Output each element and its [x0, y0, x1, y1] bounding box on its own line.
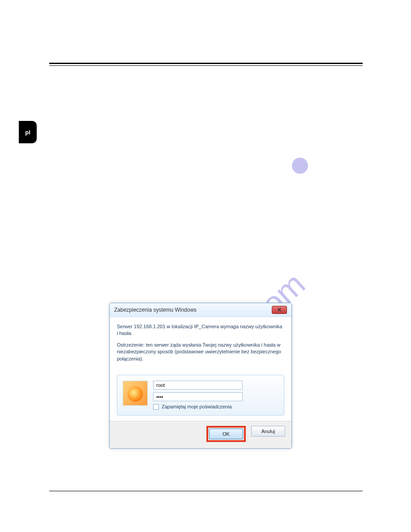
language-tab-label: pl: [25, 129, 30, 136]
top-rule-thick: [49, 63, 363, 64]
close-icon: ✕: [277, 307, 282, 313]
close-button[interactable]: ✕: [272, 306, 287, 314]
top-rule-thin: [49, 65, 363, 66]
dialog-footer: OK Anuluj: [110, 421, 291, 448]
username-input[interactable]: [153, 381, 243, 390]
ok-highlight-box: OK: [206, 426, 246, 442]
bottom-rule: [49, 491, 363, 491]
credential-fields: Zapamiętaj moje poświadczenia: [153, 381, 278, 410]
language-tab: pl: [19, 121, 37, 143]
remember-row: Zapamiętaj moje poświadczenia: [153, 404, 278, 410]
remember-checkbox[interactable]: [153, 404, 159, 410]
dialog-message-1: Serwer 192.168.1.201 w lokalizacji IP_Ca…: [117, 323, 284, 337]
ok-button[interactable]: OK: [209, 429, 243, 439]
dialog-title-text: Zabezpieczenia systemu Windows: [114, 307, 197, 313]
dialog-titlebar: Zabezpieczenia systemu Windows ✕: [110, 303, 291, 317]
credentials-panel: Zapamiętaj moje poświadczenia: [117, 375, 284, 416]
cancel-button[interactable]: Anuluj: [251, 426, 285, 437]
dialog-body: Serwer 192.168.1.201 w lokalizacji IP_Ca…: [110, 317, 291, 371]
svg-point-0: [292, 158, 308, 174]
windows-security-dialog: Zabezpieczenia systemu Windows ✕ Serwer …: [109, 303, 292, 449]
password-input[interactable]: [153, 392, 243, 401]
user-avatar-icon: [123, 381, 148, 406]
remember-label: Zapamiętaj moje poświadczenia: [162, 404, 232, 409]
dialog-message-2: Ostrzeżenie: ten serwer żąda wysłania Tw…: [117, 342, 284, 362]
